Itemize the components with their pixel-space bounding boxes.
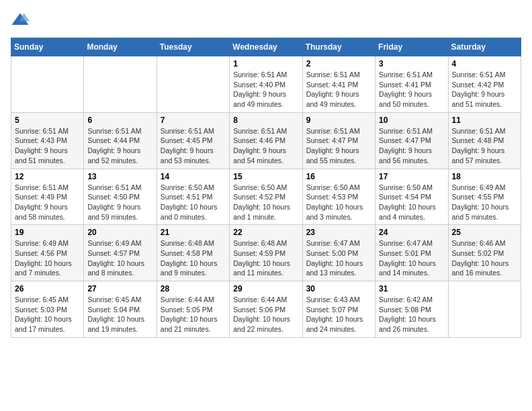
calendar-header-saturday: Saturday bbox=[448, 38, 521, 56]
day-number: 20 bbox=[87, 228, 152, 237]
calendar-header-friday: Friday bbox=[375, 38, 448, 56]
day-info: Sunrise: 6:51 AM Sunset: 4:43 PM Dayligh… bbox=[15, 126, 80, 166]
calendar-header-monday: Monday bbox=[84, 38, 157, 56]
calendar-cell: 9Sunrise: 6:51 AM Sunset: 4:47 PM Daylig… bbox=[302, 112, 375, 169]
calendar-cell: 16Sunrise: 6:50 AM Sunset: 4:53 PM Dayli… bbox=[302, 169, 375, 225]
day-number: 10 bbox=[379, 116, 444, 125]
day-info: Sunrise: 6:50 AM Sunset: 4:51 PM Dayligh… bbox=[161, 183, 226, 222]
day-info: Sunrise: 6:45 AM Sunset: 5:03 PM Dayligh… bbox=[15, 295, 80, 334]
day-info: Sunrise: 6:51 AM Sunset: 4:44 PM Dayligh… bbox=[87, 126, 152, 166]
day-number: 4 bbox=[452, 59, 517, 68]
day-number: 9 bbox=[306, 116, 371, 125]
day-info: Sunrise: 6:44 AM Sunset: 5:05 PM Dayligh… bbox=[161, 295, 226, 334]
calendar-cell: 11Sunrise: 6:51 AM Sunset: 4:48 PM Dayli… bbox=[448, 112, 521, 169]
day-number: 19 bbox=[15, 228, 80, 237]
calendar-header-thursday: Thursday bbox=[302, 38, 375, 56]
calendar-cell: 19Sunrise: 6:49 AM Sunset: 4:56 PM Dayli… bbox=[11, 225, 84, 281]
day-info: Sunrise: 6:42 AM Sunset: 5:08 PM Dayligh… bbox=[379, 295, 444, 334]
day-number: 11 bbox=[452, 116, 517, 125]
calendar-week-3: 12Sunrise: 6:51 AM Sunset: 4:49 PM Dayli… bbox=[11, 169, 521, 225]
day-info: Sunrise: 6:47 AM Sunset: 5:00 PM Dayligh… bbox=[306, 238, 371, 278]
day-info: Sunrise: 6:46 AM Sunset: 5:02 PM Dayligh… bbox=[452, 238, 517, 278]
calendar-cell: 29Sunrise: 6:44 AM Sunset: 5:06 PM Dayli… bbox=[230, 281, 302, 338]
day-number: 22 bbox=[233, 228, 298, 237]
calendar-cell bbox=[448, 281, 521, 338]
calendar-cell: 12Sunrise: 6:51 AM Sunset: 4:49 PM Dayli… bbox=[11, 169, 84, 225]
calendar-cell: 2Sunrise: 6:51 AM Sunset: 4:41 PM Daylig… bbox=[302, 56, 375, 113]
day-number: 31 bbox=[379, 284, 444, 293]
calendar-cell: 30Sunrise: 6:43 AM Sunset: 5:07 PM Dayli… bbox=[302, 281, 375, 338]
day-info: Sunrise: 6:45 AM Sunset: 5:04 PM Dayligh… bbox=[87, 295, 152, 334]
calendar-cell: 24Sunrise: 6:47 AM Sunset: 5:01 PM Dayli… bbox=[375, 225, 448, 281]
day-number: 29 bbox=[233, 284, 298, 293]
calendar-cell: 3Sunrise: 6:51 AM Sunset: 4:41 PM Daylig… bbox=[375, 56, 448, 113]
day-info: Sunrise: 6:51 AM Sunset: 4:50 PM Dayligh… bbox=[87, 183, 152, 222]
day-info: Sunrise: 6:49 AM Sunset: 4:56 PM Dayligh… bbox=[15, 238, 80, 278]
day-number: 1 bbox=[233, 59, 298, 68]
day-number: 14 bbox=[161, 172, 226, 181]
calendar-week-2: 5Sunrise: 6:51 AM Sunset: 4:43 PM Daylig… bbox=[11, 112, 521, 169]
day-info: Sunrise: 6:51 AM Sunset: 4:42 PM Dayligh… bbox=[452, 70, 517, 109]
day-number: 24 bbox=[379, 228, 444, 237]
calendar-week-4: 19Sunrise: 6:49 AM Sunset: 4:56 PM Dayli… bbox=[11, 225, 521, 281]
calendar-cell bbox=[84, 56, 157, 113]
calendar-header-wednesday: Wednesday bbox=[230, 38, 302, 56]
day-info: Sunrise: 6:50 AM Sunset: 4:54 PM Dayligh… bbox=[379, 183, 444, 222]
day-info: Sunrise: 6:51 AM Sunset: 4:46 PM Dayligh… bbox=[233, 126, 298, 166]
calendar-cell bbox=[157, 56, 229, 113]
day-number: 3 bbox=[379, 59, 444, 68]
calendar-header-row: SundayMondayTuesdayWednesdayThursdayFrid… bbox=[11, 38, 521, 56]
day-number: 30 bbox=[306, 284, 371, 293]
day-info: Sunrise: 6:49 AM Sunset: 4:57 PM Dayligh… bbox=[87, 238, 152, 278]
day-number: 2 bbox=[306, 59, 371, 68]
calendar-cell: 5Sunrise: 6:51 AM Sunset: 4:43 PM Daylig… bbox=[11, 112, 84, 169]
calendar-table: SundayMondayTuesdayWednesdayThursdayFrid… bbox=[11, 38, 521, 338]
calendar-cell: 22Sunrise: 6:48 AM Sunset: 4:59 PM Dayli… bbox=[230, 225, 302, 281]
day-info: Sunrise: 6:51 AM Sunset: 4:40 PM Dayligh… bbox=[233, 70, 298, 109]
calendar-cell: 27Sunrise: 6:45 AM Sunset: 5:04 PM Dayli… bbox=[84, 281, 157, 338]
calendar-week-5: 26Sunrise: 6:45 AM Sunset: 5:03 PM Dayli… bbox=[11, 281, 521, 338]
calendar-cell: 14Sunrise: 6:50 AM Sunset: 4:51 PM Dayli… bbox=[157, 169, 229, 225]
calendar-header-tuesday: Tuesday bbox=[157, 38, 229, 56]
page-header bbox=[11, 11, 521, 30]
calendar-cell: 1Sunrise: 6:51 AM Sunset: 4:40 PM Daylig… bbox=[230, 56, 302, 113]
day-number: 12 bbox=[15, 172, 80, 181]
calendar-cell: 20Sunrise: 6:49 AM Sunset: 4:57 PM Dayli… bbox=[84, 225, 157, 281]
day-info: Sunrise: 6:43 AM Sunset: 5:07 PM Dayligh… bbox=[306, 295, 371, 334]
calendar-cell: 4Sunrise: 6:51 AM Sunset: 4:42 PM Daylig… bbox=[448, 56, 521, 113]
day-number: 23 bbox=[306, 228, 371, 237]
calendar-header-sunday: Sunday bbox=[11, 38, 84, 56]
day-info: Sunrise: 6:51 AM Sunset: 4:49 PM Dayligh… bbox=[15, 183, 80, 222]
day-info: Sunrise: 6:51 AM Sunset: 4:45 PM Dayligh… bbox=[161, 126, 226, 166]
day-info: Sunrise: 6:51 AM Sunset: 4:41 PM Dayligh… bbox=[379, 70, 444, 109]
calendar-cell: 13Sunrise: 6:51 AM Sunset: 4:50 PM Dayli… bbox=[84, 169, 157, 225]
day-info: Sunrise: 6:47 AM Sunset: 5:01 PM Dayligh… bbox=[379, 238, 444, 278]
day-number: 27 bbox=[87, 284, 152, 293]
day-info: Sunrise: 6:51 AM Sunset: 4:47 PM Dayligh… bbox=[379, 126, 444, 166]
calendar-cell: 8Sunrise: 6:51 AM Sunset: 4:46 PM Daylig… bbox=[230, 112, 302, 169]
day-number: 26 bbox=[15, 284, 80, 293]
day-info: Sunrise: 6:51 AM Sunset: 4:47 PM Dayligh… bbox=[306, 126, 371, 166]
day-info: Sunrise: 6:49 AM Sunset: 4:55 PM Dayligh… bbox=[452, 183, 517, 222]
calendar-cell: 10Sunrise: 6:51 AM Sunset: 4:47 PM Dayli… bbox=[375, 112, 448, 169]
day-info: Sunrise: 6:50 AM Sunset: 4:52 PM Dayligh… bbox=[233, 183, 298, 222]
day-number: 18 bbox=[452, 172, 517, 181]
day-number: 17 bbox=[379, 172, 444, 181]
day-info: Sunrise: 6:48 AM Sunset: 4:59 PM Dayligh… bbox=[233, 238, 298, 278]
calendar-cell: 25Sunrise: 6:46 AM Sunset: 5:02 PM Dayli… bbox=[448, 225, 521, 281]
day-number: 16 bbox=[306, 172, 371, 181]
calendar-cell: 17Sunrise: 6:50 AM Sunset: 4:54 PM Dayli… bbox=[375, 169, 448, 225]
day-number: 5 bbox=[15, 116, 80, 125]
day-number: 15 bbox=[233, 172, 298, 181]
calendar-cell: 15Sunrise: 6:50 AM Sunset: 4:52 PM Dayli… bbox=[230, 169, 302, 225]
calendar-cell: 21Sunrise: 6:48 AM Sunset: 4:58 PM Dayli… bbox=[157, 225, 229, 281]
day-number: 21 bbox=[161, 228, 226, 237]
calendar-cell: 6Sunrise: 6:51 AM Sunset: 4:44 PM Daylig… bbox=[84, 112, 157, 169]
day-number: 6 bbox=[87, 116, 152, 125]
logo bbox=[11, 11, 31, 30]
calendar-cell: 31Sunrise: 6:42 AM Sunset: 5:08 PM Dayli… bbox=[375, 281, 448, 338]
calendar-cell: 7Sunrise: 6:51 AM Sunset: 4:45 PM Daylig… bbox=[157, 112, 229, 169]
calendar-cell: 18Sunrise: 6:49 AM Sunset: 4:55 PM Dayli… bbox=[448, 169, 521, 225]
day-info: Sunrise: 6:50 AM Sunset: 4:53 PM Dayligh… bbox=[306, 183, 371, 222]
day-number: 7 bbox=[161, 116, 226, 125]
